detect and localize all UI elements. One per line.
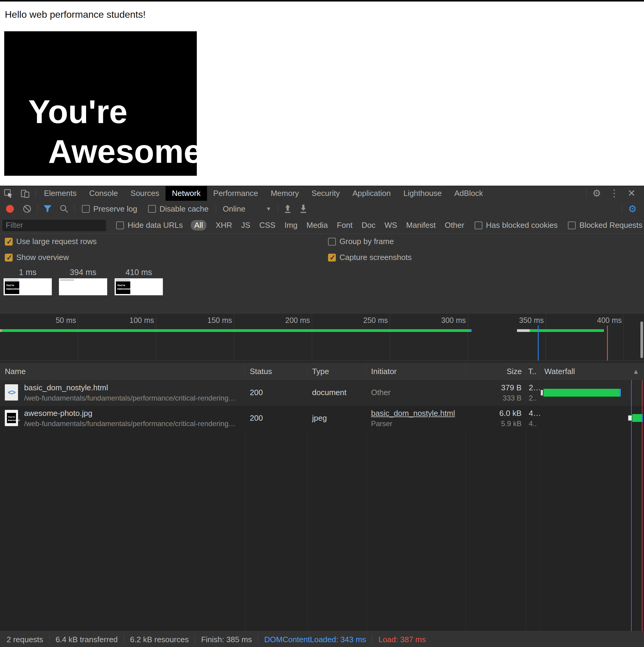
settings-gear-icon[interactable]: ⚙ (588, 186, 605, 201)
tab-adblock[interactable]: AdBlock (448, 186, 489, 201)
column-header-initiator[interactable]: Initiator (366, 363, 466, 380)
tab-network[interactable]: Network (165, 186, 207, 201)
devtools-tabbar: Elements Console Sources Network Perform… (0, 186, 644, 201)
use-large-request-rows-checkbox[interactable] (5, 238, 13, 245)
network-settings-gear-icon[interactable]: ⚙ (624, 202, 641, 216)
throttling-dropdown[interactable]: Online ▼ (223, 204, 271, 214)
disable-cache-label: Disable cache (159, 204, 209, 214)
request-type: document (312, 388, 346, 397)
has-blocked-cookies-option[interactable]: Has blocked cookies (475, 221, 558, 230)
inspect-element-button[interactable] (0, 186, 17, 201)
request-time: 4… (529, 409, 541, 418)
tab-memory[interactable]: Memory (264, 186, 305, 201)
filter-type-doc[interactable]: Doc (361, 221, 375, 230)
filter-row: Hide data URLs All XHR JS CSS Img Media … (0, 217, 644, 234)
page-heading: Hello web performance students! (5, 9, 146, 20)
export-har-button[interactable] (295, 204, 311, 214)
column-header-status[interactable]: Status (245, 363, 307, 380)
show-overview-option[interactable]: Show overview (5, 253, 69, 262)
device-toolbar-button[interactable] (17, 186, 34, 201)
show-overview-checkbox[interactable] (5, 254, 13, 262)
tab-console[interactable]: Console (83, 186, 124, 201)
network-overview[interactable]: 50 ms 100 ms 150 ms 200 ms 250 ms 300 ms… (0, 313, 644, 361)
filter-type-media[interactable]: Media (307, 221, 328, 230)
tab-application[interactable]: Application (346, 186, 397, 201)
capture-screenshots-option[interactable]: Capture screenshots (328, 253, 412, 262)
page-top-border (0, 0, 644, 1)
hide-data-urls-label: Hide data URLs (128, 221, 183, 230)
tab-sources[interactable]: Sources (124, 186, 165, 201)
document-file-icon: <> (5, 384, 18, 401)
preserve-log-checkbox[interactable] (82, 205, 90, 213)
disable-cache-checkbox[interactable] (148, 205, 156, 213)
filmstrip-thumbnail-2[interactable] (59, 278, 108, 295)
filter-input[interactable] (2, 220, 106, 231)
search-button[interactable] (56, 204, 73, 214)
request-path: /web-fundamentals/fundamentals/performan… (24, 420, 236, 428)
table-row-basic-dom-nostyle[interactable]: <> basic_dom_nostyle.html /web-fundament… (0, 380, 644, 405)
group-by-frame-checkbox[interactable] (328, 238, 336, 245)
capture-screenshots-checkbox[interactable] (328, 254, 336, 262)
capture-screenshots-label: Capture screenshots (340, 253, 412, 262)
disable-cache-option[interactable]: Disable cache (148, 204, 209, 214)
overview-gridline (312, 313, 312, 361)
use-large-request-rows-option[interactable]: Use large request rows (5, 237, 96, 246)
filmstrip-thumbnail-1[interactable]: You'reAwesome! (3, 278, 52, 295)
import-har-button[interactable] (280, 204, 295, 214)
filter-type-manifest[interactable]: Manifest (406, 221, 436, 230)
close-icon[interactable]: ✕ (623, 186, 640, 201)
request-size-content: 333 B (466, 394, 521, 402)
filmstrip-thumbnail-3[interactable]: You'reAwesome! (114, 278, 163, 295)
waterfall-bar-request-2[interactable] (632, 414, 643, 422)
hide-data-urls-option[interactable]: Hide data URLs (116, 221, 183, 230)
hide-data-urls-checkbox[interactable] (116, 221, 124, 229)
group-by-frame-option[interactable]: Group by frame (328, 237, 394, 246)
filter-type-font[interactable]: Font (337, 221, 352, 230)
request-name[interactable]: awesome-photo.jpg (24, 409, 92, 418)
blocked-requests-option[interactable]: Blocked Requests (568, 221, 643, 230)
blocked-requests-label: Blocked Requests (579, 221, 643, 230)
filter-type-all[interactable]: All (191, 220, 207, 230)
request-initiator-link[interactable]: basic_dom_nostyle.html (371, 409, 455, 418)
column-header-time[interactable]: T.. (526, 363, 540, 380)
scrollbar-thumb[interactable] (640, 321, 643, 358)
request-latency: 4.. (529, 420, 537, 428)
preserve-log-option[interactable]: Preserve log (82, 204, 137, 214)
devtools-panel: Elements Console Sources Network Perform… (0, 186, 644, 647)
tab-performance[interactable]: Performance (207, 186, 265, 201)
tab-lighthouse[interactable]: Lighthouse (397, 186, 448, 201)
filter-type-other[interactable]: Other (445, 221, 464, 230)
column-header-type[interactable]: Type (307, 363, 366, 380)
load-time: Load: 387 ms (372, 635, 432, 644)
request-type: jpeg (312, 414, 327, 423)
status-bar: 2 requests 6.4 kB transferred 6.2 kB res… (0, 631, 644, 647)
filmstrip-time-1: 1 ms (4, 268, 52, 277)
clear-button[interactable] (19, 204, 35, 214)
record-button[interactable] (6, 205, 14, 213)
request-name[interactable]: basic_dom_nostyle.html (24, 383, 108, 392)
table-row-awesome-photo[interactable]: You'reAwesome! awesome-photo.jpg /web-fu… (0, 405, 644, 431)
filter-type-img[interactable]: Img (284, 221, 297, 230)
has-blocked-cookies-checkbox[interactable] (475, 221, 482, 229)
filter-funnel-icon (43, 205, 52, 213)
filter-button[interactable] (40, 205, 56, 213)
filter-type-css[interactable]: CSS (260, 221, 275, 230)
filter-type-js[interactable]: JS (241, 221, 250, 230)
group-by-frame-label: Group by frame (340, 237, 394, 246)
filter-type-xhr[interactable]: XHR (215, 221, 232, 230)
kebab-menu-icon[interactable]: ⋮ (605, 186, 623, 201)
filmstrip-time-3: 410 ms (115, 268, 163, 277)
column-header-name[interactable]: Name (0, 363, 245, 380)
tab-elements[interactable]: Elements (38, 186, 83, 201)
overview-tick-50ms: 50 ms (31, 316, 76, 325)
thumbnail-text-line (60, 280, 74, 280)
has-blocked-cookies-label: Has blocked cookies (486, 221, 558, 230)
tab-security[interactable]: Security (305, 186, 346, 201)
filter-type-ws[interactable]: WS (384, 221, 397, 230)
column-header-waterfall[interactable]: Waterfall ▲ (540, 363, 644, 380)
blocked-requests-checkbox[interactable] (568, 221, 576, 229)
waterfall-bar-request-1[interactable] (544, 389, 621, 397)
request-size: 6.0 kB (466, 409, 521, 418)
transferred-size: 6.4 kB transferred (49, 635, 124, 644)
column-header-size[interactable]: Size (466, 363, 526, 380)
